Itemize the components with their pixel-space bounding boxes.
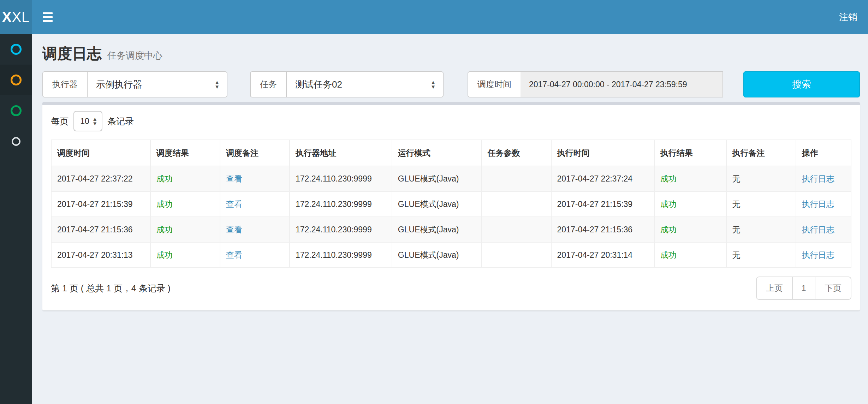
trigger-time-filter-label: 调度时间 bbox=[468, 71, 521, 97]
col-handle-time: 执行时间 bbox=[551, 140, 654, 166]
logout-link[interactable]: 注销 bbox=[839, 11, 857, 23]
col-glue-type: 运行模式 bbox=[392, 140, 482, 166]
current-page-button[interactable]: 1 bbox=[792, 277, 815, 300]
circle-icon bbox=[11, 44, 22, 55]
page-header: 调度日志 任务调度中心 bbox=[42, 44, 860, 64]
view-trigger-msg-link[interactable]: 查看 bbox=[226, 250, 242, 260]
cell-trigger-time: 2017-04-27 21:15:39 bbox=[51, 191, 150, 217]
view-trigger-msg-link[interactable]: 查看 bbox=[226, 225, 242, 234]
executor-filter-group: 执行器 示例执行器 ▲▼ bbox=[42, 71, 227, 97]
col-handle-result: 执行结果 bbox=[654, 140, 726, 166]
cell-handle-result: 成功 bbox=[654, 242, 726, 268]
circle-icon bbox=[12, 137, 20, 146]
pagination-info: 第 1 页 ( 总共 1 页，4 条记录 ) bbox=[51, 283, 171, 294]
cell-trigger-time: 2017-04-27 20:31:13 bbox=[51, 242, 150, 268]
view-trigger-msg-link[interactable]: 查看 bbox=[226, 174, 242, 183]
main-content: 调度日志 任务调度中心 执行器 示例执行器 ▲▼ 任务 测试任务02 ▲▼ 调度… bbox=[32, 34, 868, 404]
cell-trigger-result: 成功 bbox=[150, 191, 220, 217]
pagination: 上页 1 下页 bbox=[756, 277, 851, 300]
trigger-time-filter-group: 调度时间 2017-04-27 00:00:00 - 2017-04-27 23… bbox=[468, 71, 723, 97]
search-button[interactable]: 搜索 bbox=[743, 71, 860, 97]
col-trigger-time: 调度时间 bbox=[51, 140, 150, 166]
sidebar-item-1[interactable] bbox=[0, 34, 32, 65]
page-size-suffix: 条记录 bbox=[107, 115, 134, 127]
page-size-prefix: 每页 bbox=[51, 115, 69, 127]
cell-handle-time: 2017-04-27 21:15:39 bbox=[551, 191, 654, 217]
view-trigger-msg-link[interactable]: 查看 bbox=[226, 200, 242, 209]
job-filter-label: 任务 bbox=[250, 71, 286, 97]
select-updown-icon: ▲▼ bbox=[214, 80, 220, 89]
logo-text: XL bbox=[12, 9, 30, 25]
page-size-bar: 每页 10 ▲▼ 条记录 bbox=[51, 111, 851, 132]
cell-glue-type: GLUE模式(Java) bbox=[392, 217, 482, 242]
table-footer: 第 1 页 ( 总共 1 页，4 条记录 ) 上页 1 下页 bbox=[51, 277, 851, 300]
cell-trigger-result: 成功 bbox=[150, 242, 220, 268]
col-action: 操作 bbox=[796, 140, 851, 166]
app-logo[interactable]: XXL bbox=[0, 0, 32, 34]
cell-trigger-time: 2017-04-27 21:15:36 bbox=[51, 217, 150, 242]
cell-job-param bbox=[482, 217, 551, 242]
exec-log-link[interactable]: 执行日志 bbox=[802, 200, 834, 209]
page-subtitle: 任务调度中心 bbox=[107, 49, 162, 62]
cell-trigger-result: 成功 bbox=[150, 217, 220, 242]
cell-executor-address: 172.24.110.230:9999 bbox=[290, 191, 392, 217]
cell-glue-type: GLUE模式(Java) bbox=[392, 166, 482, 191]
cell-executor-address: 172.24.110.230:9999 bbox=[290, 166, 392, 191]
col-handle-msg: 执行备注 bbox=[726, 140, 796, 166]
sidebar-toggle-button[interactable] bbox=[32, 0, 64, 34]
job-filter-group: 任务 测试任务02 ▲▼ bbox=[250, 71, 444, 97]
cell-glue-type: GLUE模式(Java) bbox=[392, 191, 482, 217]
table-header-row: 调度时间 调度结果 调度备注 执行器地址 运行模式 任务参数 执行时间 执行结果… bbox=[51, 140, 851, 166]
sidebar-item-3[interactable] bbox=[0, 95, 32, 126]
executor-select-value: 示例执行器 bbox=[96, 78, 142, 91]
table-row: 2017-04-27 20:31:13 成功 查看 172.24.110.230… bbox=[51, 242, 851, 268]
logo-text-bold: X bbox=[2, 9, 12, 25]
select-updown-icon: ▲▼ bbox=[92, 117, 97, 126]
select-updown-icon: ▲▼ bbox=[430, 80, 436, 89]
cell-trigger-result: 成功 bbox=[150, 166, 220, 191]
cell-trigger-time: 2017-04-27 22:37:22 bbox=[51, 166, 150, 191]
cell-handle-msg: 无 bbox=[726, 242, 796, 268]
top-navbar: XXL 注销 bbox=[0, 0, 868, 34]
col-trigger-msg: 调度备注 bbox=[220, 140, 290, 166]
executor-filter-label: 执行器 bbox=[42, 71, 87, 97]
cell-handle-result: 成功 bbox=[654, 191, 726, 217]
cell-job-param bbox=[482, 242, 551, 268]
col-executor-address: 执行器地址 bbox=[290, 140, 392, 166]
exec-log-link[interactable]: 执行日志 bbox=[802, 174, 834, 183]
hamburger-icon bbox=[43, 12, 53, 22]
dispatch-log-table: 调度时间 调度结果 调度备注 执行器地址 运行模式 任务参数 执行时间 执行结果… bbox=[51, 139, 851, 268]
prev-page-button[interactable]: 上页 bbox=[756, 277, 793, 300]
circle-icon bbox=[11, 75, 22, 85]
sidebar-item-4[interactable] bbox=[0, 126, 32, 157]
filter-bar: 执行器 示例执行器 ▲▼ 任务 测试任务02 ▲▼ 调度时间 2017-04-2… bbox=[42, 71, 860, 97]
page-size-value: 10 bbox=[80, 117, 89, 126]
col-job-param: 任务参数 bbox=[482, 140, 551, 166]
cell-handle-time: 2017-04-27 22:37:24 bbox=[551, 166, 654, 191]
job-select[interactable]: 测试任务02 ▲▼ bbox=[286, 71, 444, 97]
cell-handle-time: 2017-04-27 20:31:14 bbox=[551, 242, 654, 268]
sidebar-item-2-active[interactable] bbox=[0, 65, 32, 95]
cell-handle-msg: 无 bbox=[726, 191, 796, 217]
exec-log-link[interactable]: 执行日志 bbox=[802, 225, 834, 234]
cell-handle-msg: 无 bbox=[726, 166, 796, 191]
col-trigger-result: 调度结果 bbox=[150, 140, 220, 166]
next-page-button[interactable]: 下页 bbox=[815, 277, 851, 300]
page-size-select[interactable]: 10 ▲▼ bbox=[73, 111, 102, 131]
table-row: 2017-04-27 21:15:39 成功 查看 172.24.110.230… bbox=[51, 191, 851, 217]
navbar-right: 注销 bbox=[839, 0, 868, 34]
table-row: 2017-04-27 22:37:22 成功 查看 172.24.110.230… bbox=[51, 166, 851, 191]
cell-glue-type: GLUE模式(Java) bbox=[392, 242, 482, 268]
cell-handle-result: 成功 bbox=[654, 217, 726, 242]
page-title: 调度日志 bbox=[42, 44, 102, 64]
cell-job-param bbox=[482, 191, 551, 217]
cell-handle-time: 2017-04-27 21:15:36 bbox=[551, 217, 654, 242]
exec-log-link[interactable]: 执行日志 bbox=[802, 250, 834, 260]
job-select-value: 测试任务02 bbox=[295, 78, 342, 91]
table-row: 2017-04-27 21:15:36 成功 查看 172.24.110.230… bbox=[51, 217, 851, 242]
trigger-time-range-input[interactable]: 2017-04-27 00:00:00 - 2017-04-27 23:59:5… bbox=[521, 71, 723, 97]
executor-select[interactable]: 示例执行器 ▲▼ bbox=[87, 71, 227, 97]
log-table-box: 每页 10 ▲▼ 条记录 调度时间 调度结果 调度备注 执行器地址 运行模式 任… bbox=[42, 102, 860, 310]
cell-executor-address: 172.24.110.230:9999 bbox=[290, 217, 392, 242]
cell-handle-msg: 无 bbox=[726, 217, 796, 242]
